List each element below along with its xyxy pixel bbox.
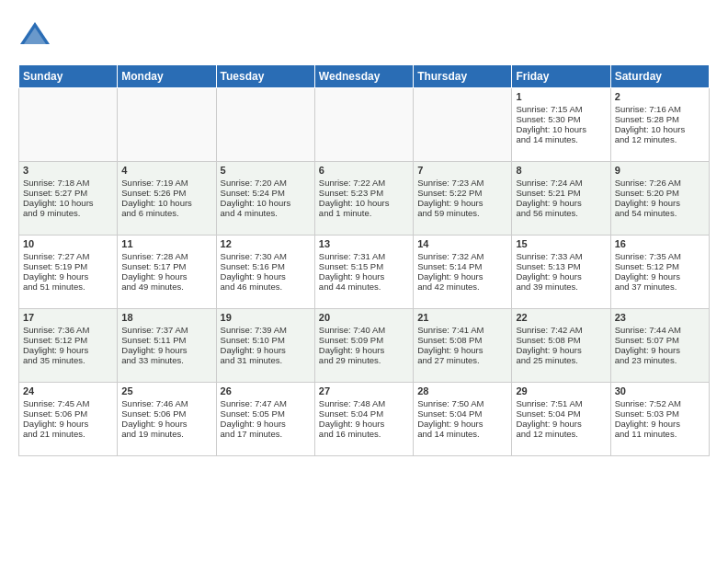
day-info-line: and 6 minutes. [121, 208, 211, 218]
day-info-line: Daylight: 9 hours [417, 198, 507, 208]
day-number: 1 [516, 91, 606, 102]
day-info-line: and 54 minutes. [615, 208, 705, 218]
day-number: 8 [516, 165, 606, 176]
day-info-line: Sunrise: 7:45 AM [23, 398, 113, 408]
day-info-line: Sunrise: 7:20 AM [221, 178, 311, 188]
day-number: 12 [221, 238, 311, 249]
day-info-line: Sunset: 5:17 PM [121, 261, 211, 271]
day-info-line: Sunset: 5:05 PM [221, 408, 311, 419]
day-info-line: and 21 minutes. [23, 429, 113, 439]
week-row-1: 1Sunrise: 7:15 AMSunset: 5:30 PMDaylight… [19, 88, 710, 162]
day-number: 22 [516, 312, 606, 323]
day-info-line: Sunrise: 7:47 AM [221, 398, 311, 408]
day-info-line: Sunrise: 7:42 AM [516, 325, 606, 335]
day-cell-28: 28Sunrise: 7:50 AMSunset: 5:04 PMDayligh… [414, 383, 512, 456]
day-number: 25 [121, 385, 211, 396]
day-cell-30: 30Sunrise: 7:52 AMSunset: 5:03 PMDayligh… [610, 383, 709, 456]
day-info-line: Daylight: 9 hours [516, 271, 606, 282]
day-cell-18: 18Sunrise: 7:37 AMSunset: 5:11 PMDayligh… [118, 309, 216, 383]
day-info-line: Sunrise: 7:39 AM [221, 325, 311, 335]
day-info-line: and 14 minutes. [516, 134, 606, 144]
day-number: 24 [23, 385, 113, 396]
day-info-line: Sunrise: 7:30 AM [221, 251, 311, 261]
day-info-line: Sunrise: 7:16 AM [615, 104, 705, 114]
day-info-line: and 46 minutes. [221, 282, 311, 292]
day-info-line: Sunset: 5:13 PM [516, 261, 606, 271]
day-info-line: and 49 minutes. [121, 282, 211, 292]
day-info-line: Daylight: 9 hours [615, 419, 705, 429]
day-info-line: Sunrise: 7:33 AM [516, 251, 606, 261]
day-number: 21 [417, 312, 507, 323]
day-info-line: Sunset: 5:24 PM [221, 188, 311, 198]
day-info-line: Sunset: 5:23 PM [319, 188, 409, 198]
day-cell-4: 4Sunrise: 7:19 AMSunset: 5:26 PMDaylight… [118, 162, 216, 236]
day-info-line: and 59 minutes. [417, 208, 507, 218]
day-info-line: and 37 minutes. [615, 282, 705, 292]
day-number: 2 [615, 91, 705, 102]
day-info-line: Sunrise: 7:46 AM [121, 398, 211, 408]
calendar-table: SundayMondayTuesdayWednesdayThursdayFrid… [18, 64, 710, 456]
day-number: 17 [23, 312, 113, 323]
day-info-line: and 35 minutes. [23, 355, 113, 365]
day-cell-13: 13Sunrise: 7:31 AMSunset: 5:15 PMDayligh… [314, 236, 413, 309]
day-info-line: and 31 minutes. [221, 355, 311, 365]
day-info-line: and 33 minutes. [121, 355, 211, 365]
day-info-line: Sunset: 5:11 PM [121, 335, 211, 345]
day-info-line: Daylight: 10 hours [121, 198, 211, 208]
day-cell-15: 15Sunrise: 7:33 AMSunset: 5:13 PMDayligh… [512, 236, 610, 309]
day-info-line: Sunrise: 7:24 AM [516, 178, 606, 188]
day-info-line: and 17 minutes. [221, 429, 311, 439]
day-info-line: Daylight: 9 hours [23, 271, 113, 282]
day-info-line: Daylight: 9 hours [516, 419, 606, 429]
weekday-header-wednesday: Wednesday [314, 65, 413, 88]
day-cell-17: 17Sunrise: 7:36 AMSunset: 5:12 PMDayligh… [19, 309, 118, 383]
day-info-line: Sunrise: 7:36 AM [23, 325, 113, 335]
day-cell-24: 24Sunrise: 7:45 AMSunset: 5:06 PMDayligh… [19, 383, 118, 456]
day-cell-19: 19Sunrise: 7:39 AMSunset: 5:10 PMDayligh… [216, 309, 314, 383]
day-info-line: Daylight: 9 hours [221, 419, 311, 429]
day-info-line: Daylight: 9 hours [516, 198, 606, 208]
empty-cell [118, 88, 216, 162]
day-cell-8: 8Sunrise: 7:24 AMSunset: 5:21 PMDaylight… [512, 162, 610, 236]
day-number: 26 [221, 385, 311, 396]
day-info-line: Daylight: 9 hours [121, 271, 211, 282]
day-info-line: Sunrise: 7:37 AM [121, 325, 211, 335]
day-info-line: Daylight: 9 hours [319, 345, 409, 355]
day-number: 9 [615, 165, 705, 176]
day-number: 23 [615, 312, 705, 323]
week-row-2: 3Sunrise: 7:18 AMSunset: 5:27 PMDaylight… [19, 162, 710, 236]
day-number: 19 [221, 312, 311, 323]
day-info-line: and 56 minutes. [516, 208, 606, 218]
weekday-header-sunday: Sunday [19, 65, 118, 88]
day-number: 7 [417, 165, 507, 176]
day-info-line: Sunrise: 7:31 AM [319, 251, 409, 261]
day-info-line: Sunrise: 7:28 AM [121, 251, 211, 261]
day-number: 13 [319, 238, 409, 249]
day-info-line: Sunrise: 7:40 AM [319, 325, 409, 335]
day-info-line: Daylight: 10 hours [319, 198, 409, 208]
day-info-line: Daylight: 9 hours [121, 345, 211, 355]
day-info-line: Daylight: 9 hours [319, 419, 409, 429]
day-info-line: Sunrise: 7:44 AM [615, 325, 705, 335]
day-cell-1: 1Sunrise: 7:15 AMSunset: 5:30 PMDaylight… [512, 88, 610, 162]
day-info-line: Daylight: 9 hours [615, 271, 705, 282]
day-info-line: Sunset: 5:04 PM [319, 408, 409, 419]
day-number: 16 [615, 238, 705, 249]
day-info-line: and 14 minutes. [417, 429, 507, 439]
day-info-line: Daylight: 9 hours [417, 271, 507, 282]
day-info-line: Sunset: 5:06 PM [23, 408, 113, 419]
day-info-line: and 9 minutes. [23, 208, 113, 218]
weekday-header-monday: Monday [118, 65, 216, 88]
day-cell-27: 27Sunrise: 7:48 AMSunset: 5:04 PMDayligh… [314, 383, 413, 456]
day-info-line: Sunrise: 7:35 AM [615, 251, 705, 261]
day-info-line: Sunrise: 7:41 AM [417, 325, 507, 335]
week-row-3: 10Sunrise: 7:27 AMSunset: 5:19 PMDayligh… [19, 236, 710, 309]
day-info-line: Sunset: 5:03 PM [615, 408, 705, 419]
day-info-line: and 29 minutes. [319, 355, 409, 365]
day-number: 29 [516, 385, 606, 396]
day-cell-11: 11Sunrise: 7:28 AMSunset: 5:17 PMDayligh… [118, 236, 216, 309]
day-cell-10: 10Sunrise: 7:27 AMSunset: 5:19 PMDayligh… [19, 236, 118, 309]
day-info-line: and 44 minutes. [319, 282, 409, 292]
day-info-line: Sunrise: 7:22 AM [319, 178, 409, 188]
day-info-line: and 4 minutes. [221, 208, 311, 218]
